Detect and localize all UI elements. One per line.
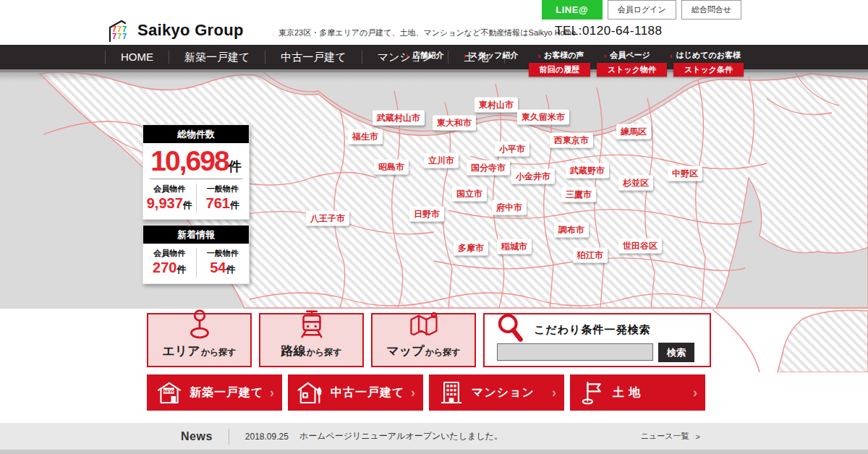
map-city-label[interactable]: 府中市 — [492, 200, 527, 215]
news-list-link[interactable]: ニュース一覧 > — [641, 431, 700, 442]
search-button-label-main: マップ — [386, 343, 424, 359]
member-unit: 件 — [183, 200, 192, 210]
train-search-button[interactable]: 路線から探す — [259, 313, 364, 367]
chevron-right-icon: › — [406, 51, 409, 60]
chevron-right-icon: › — [464, 51, 467, 60]
logo-text: Saikyo Group — [137, 21, 244, 40]
category-button[interactable]: NEW新築一戸建て› — [147, 374, 282, 411]
member-value: 270 — [153, 260, 176, 275]
map-pin-search-button[interactable]: エリアから探す — [147, 313, 252, 367]
map-city-label[interactable]: 稲城市 — [497, 239, 532, 254]
quick-nav-button[interactable]: ストック条件 — [673, 63, 744, 77]
map-city-label[interactable]: 狛江市 — [573, 248, 608, 263]
general-unit: 件 — [226, 264, 235, 275]
svg-text:NEW: NEW — [163, 388, 174, 393]
new-member-listings: 会員物件 270件 — [143, 248, 196, 278]
chevron-right-icon: › — [411, 385, 415, 401]
search-button-label-suffix: から探す — [201, 346, 237, 359]
sub-nav-item[interactable]: ›はじめてのお客様 — [670, 50, 741, 61]
total-count-number: 10,698 — [150, 145, 228, 176]
chevron-right-icon: › — [552, 385, 556, 401]
sub-nav-item[interactable]: ›スタッフ紹介 — [464, 50, 519, 61]
flag-icon — [579, 379, 606, 406]
new-listings-title: 新着情報 — [143, 226, 249, 244]
category-button[interactable]: 中古一戸建て› — [288, 374, 423, 411]
member-label: 会員物件 — [143, 184, 196, 194]
divider — [229, 429, 229, 445]
folded-map-icon — [409, 308, 439, 341]
keyword-search-button[interactable]: 検索 — [658, 343, 694, 362]
contact-button[interactable]: 総合問合せ — [681, 0, 741, 20]
search-button-label-main: エリア — [162, 343, 200, 359]
news-bar: News 2018.09.25 ホームページリニューアルオープンいたしました。 … — [0, 423, 868, 450]
site-tagline: 東京23区・多摩エリアの戸建て、土地、マンションなど不動産情報はSaikyo H… — [278, 27, 576, 38]
top-actions: LINE@ 会員ログイン 総合問合せ — [542, 0, 741, 20]
category-button-label: 中古一戸建て — [331, 385, 404, 401]
map-city-label[interactable]: 武蔵村山市 — [373, 111, 425, 126]
category-button[interactable]: マンション› — [429, 374, 564, 411]
line-button[interactable]: LINE@ — [542, 0, 603, 20]
map-city-label[interactable]: 武蔵野市 — [566, 163, 609, 179]
site-logo[interactable]: 7 7 7 7 7 7 Saikyo Group — [107, 19, 244, 42]
map-city-label[interactable]: 東久留米市 — [517, 110, 569, 125]
main-nav-item[interactable]: HOME — [105, 51, 169, 64]
chevron-right-icon: › — [693, 385, 697, 401]
magnifier-icon — [495, 312, 524, 344]
sub-nav-item[interactable]: ›会員ページ — [604, 50, 650, 61]
new-general-listings: 一般物件 54件 — [196, 248, 250, 278]
map-city-label[interactable]: 調布市 — [554, 223, 589, 238]
keyword-search-input[interactable] — [497, 343, 653, 361]
general-value: 761 — [206, 195, 230, 211]
main-nav-item[interactable]: 新築一戸建て — [169, 51, 265, 64]
stats-panel: 総物件数 10,698件 会員物件 9,937件 一般物件 761件 — [142, 124, 250, 289]
map-pin-icon — [184, 308, 215, 341]
map-city-label[interactable]: 国立市 — [452, 187, 487, 202]
map-city-label[interactable]: 八王子市 — [306, 211, 349, 226]
building-icon — [438, 379, 465, 406]
search-button-label-suffix: から探す — [425, 346, 461, 359]
svg-text:7: 7 — [112, 32, 116, 40]
map-city-label[interactable]: 西東京市 — [550, 133, 593, 148]
map-city-label[interactable]: 昭島市 — [374, 160, 409, 175]
chevron-right-icon: › — [604, 51, 607, 60]
map-city-label[interactable]: 杉並区 — [618, 176, 653, 191]
member-label: 会員物件 — [143, 248, 196, 259]
member-login-button[interactable]: 会員ログイン — [608, 0, 676, 20]
svg-text:7: 7 — [122, 32, 127, 40]
folded-map-search-button[interactable]: マップから探す — [371, 313, 476, 367]
main-nav-item[interactable]: 中古一戸建て — [265, 51, 361, 64]
quick-nav-button[interactable]: ストック物件 — [597, 63, 667, 77]
search-button-label: 路線から探す — [281, 343, 342, 359]
total-listings-box: 総物件数 10,698件 会員物件 9,937件 一般物件 761件 — [142, 124, 250, 220]
total-listings-title: 総物件数 — [143, 125, 249, 143]
svg-text:7: 7 — [117, 32, 122, 40]
map-city-label[interactable]: 日野市 — [409, 207, 444, 222]
category-button[interactable]: 土 地› — [570, 374, 705, 411]
phone-number: TEL:0120-64-1188 — [555, 24, 663, 38]
new-house-icon: NEW — [156, 379, 183, 406]
map-city-label[interactable]: 小金井市 — [511, 169, 555, 184]
map-city-label[interactable]: 国分寺市 — [467, 160, 510, 176]
map-city-label[interactable]: 東村山市 — [475, 98, 518, 113]
sub-nav-item[interactable]: ›店舗紹介 — [406, 50, 444, 61]
search-buttons: エリアから探す路線から探すマップから探す — [147, 313, 476, 367]
news-text: ホームページリニューアルオープンいたしました。 — [299, 430, 503, 442]
sub-nav-item[interactable]: ›お客様の声 — [537, 50, 584, 61]
map-city-label[interactable]: 多摩市 — [454, 241, 488, 256]
map-city-label[interactable]: 東大和市 — [433, 116, 476, 131]
sub-nav: ›店舗紹介›スタッフ紹介›お客様の声›会員ページ›はじめてのお客様 — [386, 50, 741, 61]
general-unit: 件 — [230, 200, 239, 210]
map-city-label[interactable]: 立川市 — [424, 153, 459, 168]
map-city-label[interactable]: 小平市 — [495, 142, 529, 157]
search-button-label: マップから探す — [386, 343, 460, 359]
map-city-label[interactable]: 世田谷区 — [618, 239, 662, 254]
total-listings-count: 10,698件 — [143, 143, 249, 179]
map-city-label[interactable]: 福生市 — [348, 129, 383, 145]
chevron-right-icon: > — [696, 432, 700, 441]
map-city-label[interactable]: 三鷹市 — [561, 187, 596, 202]
used-house-icon — [297, 379, 324, 406]
map-city-label[interactable]: 中野区 — [668, 166, 702, 181]
quick-nav-button[interactable]: 前回の履歴 — [529, 63, 590, 77]
map-city-label[interactable]: 練馬区 — [616, 124, 651, 140]
member-value: 9,937 — [147, 195, 183, 211]
